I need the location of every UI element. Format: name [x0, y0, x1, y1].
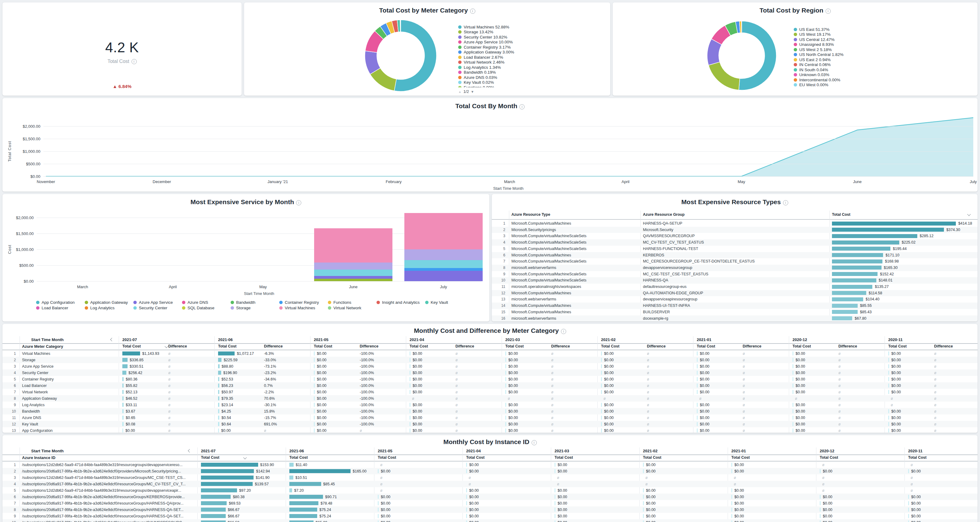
legend-item[interactable]: US East 51.37%: [794, 27, 940, 32]
legend-item[interactable]: Key Vault 0.02%: [458, 80, 605, 85]
legend-item[interactable]: Container Registry 3.17%: [458, 44, 605, 50]
donut-slice-us-east[interactable]: [739, 21, 776, 90]
difference-subheader[interactable]: Difference: [360, 344, 379, 348]
legend-item[interactable]: Virtual Network 2.46%: [458, 60, 605, 65]
bar-segment-azure-app-service[interactable]: [404, 271, 483, 281]
bar-segment-virtual-machines[interactable]: [314, 228, 393, 263]
legend-item[interactable]: Storage 13.42%: [458, 30, 605, 35]
cost-subheader[interactable]: Total Cost: [908, 455, 926, 460]
difference-subheader[interactable]: Difference: [743, 344, 761, 348]
legend-item[interactable]: Security Center: [134, 305, 167, 311]
info-icon[interactable]: i: [296, 200, 301, 205]
donut-slice-us-west[interactable]: [708, 62, 740, 90]
difference-subheader[interactable]: Difference: [264, 344, 283, 348]
column-header-total-cost[interactable]: Total Cost: [832, 213, 850, 217]
legend-item[interactable]: Load Balancer 2.67%: [458, 55, 605, 60]
legend-item[interactable]: Azure App Service: [134, 300, 173, 305]
cost-subheader[interactable]: Total Cost: [731, 455, 750, 460]
legend-item[interactable]: App Configuration: [36, 300, 75, 305]
scroll-left-icon[interactable]: [188, 449, 191, 452]
cost-subheader[interactable]: Total Cost: [466, 455, 485, 460]
legend-item[interactable]: Functions 0.00%: [458, 85, 605, 87]
legend-item[interactable]: Unknown 0.03%: [794, 73, 940, 78]
difference-subheader[interactable]: Difference: [838, 344, 857, 348]
legend-item[interactable]: SQL Database: [182, 305, 215, 311]
legend-item[interactable]: Bandwidth 0.19%: [458, 70, 605, 75]
legend-item[interactable]: Azure App Service 10.00%: [458, 40, 605, 45]
sort-chevron-icon[interactable]: [967, 213, 970, 216]
cost-subheader[interactable]: Total Cost: [290, 455, 308, 460]
cost-subheader[interactable]: Total Cost: [123, 344, 141, 348]
legend-item[interactable]: Bandwidth: [231, 300, 255, 305]
legend-item[interactable]: EU West 0.00%: [794, 83, 940, 88]
legend-item[interactable]: Azure DNS: [182, 300, 208, 305]
legend-item[interactable]: Functions: [328, 300, 352, 305]
pager-down-icon[interactable]: ▼: [471, 90, 474, 94]
cost-subheader[interactable]: Total Cost: [314, 344, 332, 348]
legend-item[interactable]: Load Balancer: [36, 305, 68, 311]
legend-item[interactable]: IN South 0.04%: [794, 67, 940, 73]
legend-item[interactable]: Container Registry: [279, 300, 319, 305]
legend-item[interactable]: Key Vault: [425, 300, 448, 305]
sort-chevron-icon[interactable]: [243, 456, 247, 459]
difference-subheader[interactable]: Difference: [168, 344, 187, 348]
legend-item[interactable]: Virtual Machines: [279, 305, 315, 311]
difference-subheader[interactable]: Difference: [551, 344, 570, 348]
bar-segment-storage[interactable]: [314, 263, 393, 270]
legend-item[interactable]: Intercontinental 0.00%: [794, 77, 940, 83]
legend-item[interactable]: US West 2 5.18%: [794, 47, 940, 52]
difference-subheader[interactable]: Difference: [647, 344, 665, 348]
legend-item[interactable]: Log Analytics 1.34%: [458, 65, 605, 70]
pager-up-icon[interactable]: ▲: [458, 90, 461, 94]
row-header[interactable]: Azure Instance ID: [22, 455, 56, 460]
bar-segment-virtual-machines[interactable]: [404, 213, 483, 249]
bar-segment-azure-app-service[interactable]: [314, 276, 393, 279]
legend-item[interactable]: Application Gateway 3.00%: [458, 50, 605, 55]
cost-subheader[interactable]: Total Cost: [410, 344, 428, 348]
legend-item[interactable]: US West 19.17%: [794, 32, 940, 37]
row-header[interactable]: Azure Meter Category: [22, 344, 63, 349]
info-icon[interactable]: i: [470, 9, 475, 14]
legend-item[interactable]: Insight and Analytics: [377, 300, 420, 305]
cost-subheader[interactable]: Total Cost: [601, 344, 619, 348]
info-icon[interactable]: i: [531, 440, 537, 445]
cost-subheader[interactable]: Total Cost: [820, 455, 838, 460]
bar-segment-container-registry[interactable]: [404, 268, 483, 270]
cost-subheader[interactable]: Total Cost: [643, 455, 661, 460]
info-icon[interactable]: i: [132, 59, 137, 64]
bar-segment-security-center[interactable]: [404, 260, 483, 268]
difference-subheader[interactable]: Difference: [455, 344, 474, 348]
info-icon[interactable]: i: [561, 329, 566, 334]
cost-subheader[interactable]: Total Cost: [792, 344, 811, 348]
column-header-resource-type[interactable]: Azure Resource Type: [511, 213, 550, 217]
bar-segment-security-center[interactable]: [314, 270, 393, 276]
cost-subheader[interactable]: Total Cost: [378, 455, 396, 460]
bar-segment-storage[interactable]: [404, 249, 483, 260]
legend-item[interactable]: Log Analytics: [85, 305, 115, 311]
legend-item[interactable]: Virtual Machines 52.88%: [458, 24, 605, 30]
column-header-resource-group[interactable]: Azure Resource Group: [643, 213, 684, 217]
legend-item[interactable]: IN Central 0.06%: [794, 62, 940, 68]
legend-item[interactable]: US East 2 0.94%: [794, 57, 940, 62]
info-icon[interactable]: i: [783, 200, 788, 205]
info-icon[interactable]: i: [826, 9, 831, 14]
legend-item[interactable]: Unassigned 8.93%: [794, 42, 940, 48]
cost-subheader[interactable]: Total Cost: [218, 344, 236, 348]
scroll-left-icon[interactable]: [110, 338, 113, 341]
cost-subheader[interactable]: Total Cost: [555, 455, 573, 460]
cost-subheader[interactable]: Total Cost: [505, 344, 523, 348]
legend-item[interactable]: US Central 12.47%: [794, 37, 940, 42]
difference-subheader[interactable]: Difference: [934, 344, 953, 348]
legend-item[interactable]: Storage: [231, 305, 250, 311]
sort-chevron-icon[interactable]: [165, 344, 168, 348]
cost-subheader[interactable]: Total Cost: [201, 455, 219, 460]
legend-item[interactable]: Virtual Network: [328, 305, 361, 311]
cost-subheader[interactable]: Total Cost: [888, 344, 907, 348]
legend-item[interactable]: US North Central 1.82%: [794, 52, 940, 57]
bar-segment-application-gateway[interactable]: [314, 279, 393, 281]
cost-bar: [466, 508, 467, 512]
legend-item[interactable]: Azure DNS 0.03%: [458, 75, 605, 80]
cost-subheader[interactable]: Total Cost: [697, 344, 715, 348]
legend-item[interactable]: Security Center 10.82%: [458, 35, 605, 40]
legend-item[interactable]: Application Gateway: [85, 300, 128, 305]
